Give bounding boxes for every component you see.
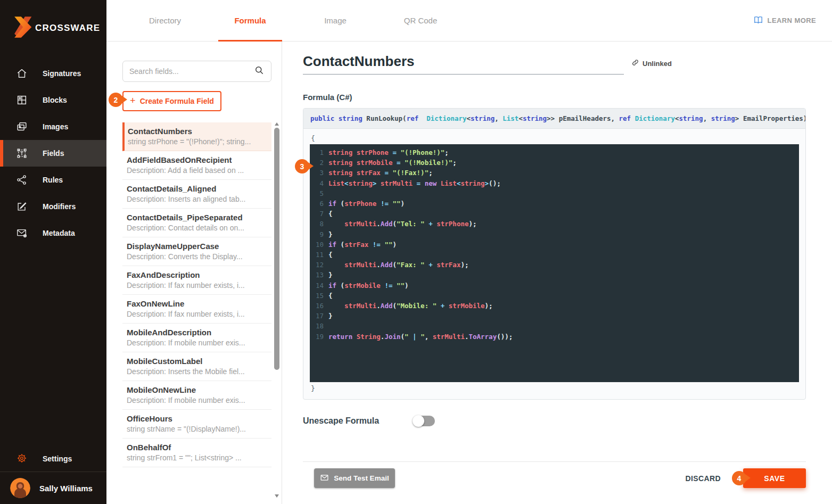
field-list-item-contactdetails_pipeseparated[interactable]: ContactDetails_PipeSeparatedDescription:…	[122, 209, 271, 237]
field-item-description: string strFrom1 = ""; List<string> ...	[127, 453, 269, 462]
line-number: 12	[310, 260, 324, 270]
create-formula-field-button[interactable]: + Create Formula Field	[122, 91, 221, 111]
list-scrollbar[interactable]	[274, 121, 280, 499]
book-icon	[753, 15, 763, 27]
unescape-toggle[interactable]	[414, 416, 435, 426]
code-line-19: 19return String.Join(" | ", strMulti.ToA…	[310, 332, 799, 342]
unlinked-toggle[interactable]: Unlinked	[631, 59, 672, 68]
line-number: 11	[310, 250, 324, 260]
save-button[interactable]: SAVE	[743, 468, 806, 488]
field-item-description: Description: Inserts an aligned tab...	[127, 195, 269, 203]
sidebar-item-settings[interactable]: Settings	[0, 446, 106, 472]
sidebar-item-label: Modifiers	[43, 202, 76, 211]
sidebar-item-rules[interactable]: Rules	[0, 167, 106, 193]
field-list-item-faxonnewline[interactable]: FaxOnNewLineDescription: If fax number e…	[122, 295, 271, 324]
formula-code-block[interactable]: 1string strPhone = "(!Phone!)";2string s…	[310, 144, 799, 382]
field-list-item-mobileanddescription[interactable]: MobileAndDescriptionDescription: If mobi…	[122, 324, 271, 352]
tab-formula[interactable]: Formula	[208, 0, 293, 41]
code-line-7: 7{	[310, 209, 799, 219]
line-number: 19	[310, 332, 324, 342]
send-test-email-button[interactable]: Send Test Email	[314, 468, 395, 488]
sidebar-nav: SignaturesBlocksImagesFieldsRulesModifie…	[0, 60, 106, 246]
field-list-item-contactdetails_aligned[interactable]: ContactDetails_AlignedDescription: Inser…	[122, 180, 271, 209]
line-number: 6	[310, 199, 324, 209]
tab-qr-code[interactable]: QR Code	[378, 0, 463, 41]
tab-image[interactable]: Image	[293, 0, 378, 41]
sidebar-item-blocks[interactable]: Blocks	[0, 87, 106, 113]
code-line-6: 6if (strPhone != "")	[310, 199, 799, 209]
code-line-3: 3string strFax = "(!Fax!)";	[310, 168, 799, 178]
line-number: 1	[310, 147, 324, 158]
close-brace: }	[310, 382, 799, 394]
formula-section-label: Formula (C#)	[303, 93, 806, 102]
sidebar-item-metadata[interactable]: Metadata	[0, 220, 106, 246]
scrollbar-up-icon[interactable]	[275, 122, 279, 126]
code-line-2: 2string strMobile = "(!Mobile!)";	[310, 158, 799, 168]
discard-button[interactable]: DISCARD	[685, 474, 721, 483]
field-list-item-officehours[interactable]: OfficeHoursstring strName = "(!DisplayNa…	[122, 410, 271, 439]
code-line-5: 5	[310, 188, 799, 199]
code-line-9: 9}	[310, 229, 799, 239]
sidebar-item-label: Metadata	[43, 229, 75, 237]
scrollbar-down-icon[interactable]	[275, 494, 279, 498]
field-list-item-onbehalfof[interactable]: OnBehalfOfstring strFrom1 = ""; List<str…	[122, 439, 271, 467]
field-item-description: Description: Inserts the Mobile fiel...	[127, 367, 269, 376]
sidebar: CROSSWARE SignaturesBlocksImagesFieldsRu…	[0, 0, 106, 504]
code-line-4: 4List<string> strMulti = new List<string…	[310, 178, 799, 188]
app-root: CROSSWARE SignaturesBlocksImagesFieldsRu…	[0, 0, 832, 504]
sidebar-item-images[interactable]: Images	[0, 113, 106, 140]
unlinked-label: Unlinked	[642, 60, 672, 68]
sidebar-item-fields[interactable]: Fields	[0, 140, 106, 167]
field-item-name: OfficeHours	[127, 414, 269, 423]
search-icon[interactable]	[254, 65, 265, 78]
field-list-item-mobilecustomlabel[interactable]: MobileCustomLabelDescription: Inserts th…	[122, 352, 271, 381]
crossware-logo-icon	[11, 14, 37, 43]
code-line-17: 17}	[310, 311, 799, 321]
sidebar-item-label: Blocks	[43, 96, 67, 104]
envelope-icon	[320, 473, 329, 484]
field-item-description: Description: If mobile number exis...	[127, 338, 269, 347]
line-number: 16	[310, 301, 324, 311]
brand-logo: CROSSWARE	[0, 0, 106, 43]
scrollbar-thumb[interactable]	[274, 128, 279, 370]
learn-more-link[interactable]: LEARN MORE	[753, 15, 816, 27]
search-box	[122, 61, 271, 82]
code-line-12: 12 strMulti.Add("Fax: " + strFax);	[310, 260, 799, 270]
field-list-item-contactnumbers[interactable]: ContactNumbersstring strPhone = "(!Phone…	[122, 122, 271, 151]
rules-icon	[16, 174, 28, 186]
line-number: 8	[310, 219, 324, 229]
sidebar-bottom: Settings Sally Williams	[0, 446, 106, 504]
function-signature: public string RunLookup(ref Dictionary<s…	[303, 109, 805, 129]
sidebar-item-signatures[interactable]: Signatures	[0, 60, 106, 87]
images-icon	[16, 121, 28, 133]
unescape-label: Unescape Formula	[303, 416, 414, 426]
line-number: 17	[310, 311, 324, 321]
field-name-input[interactable]: ContactNumbers	[303, 53, 624, 75]
field-item-description: Description: Converts the Display...	[127, 252, 269, 261]
user-name: Sally Williams	[39, 484, 93, 493]
field-item-name: MobileCustomLabel	[127, 357, 269, 366]
tab-directory[interactable]: Directory	[122, 0, 208, 41]
open-brace: {	[310, 132, 799, 144]
field-item-description: Description: If fax number exists, i...	[127, 310, 269, 318]
search-input[interactable]	[129, 67, 254, 76]
field-list-item-displaynameuppercase[interactable]: DisplayNameUpperCaseDescription: Convert…	[122, 237, 271, 266]
line-number: 5	[310, 188, 324, 199]
line-number: 4	[310, 178, 324, 188]
user-menu[interactable]: Sally Williams	[0, 472, 106, 504]
sidebar-item-modifiers[interactable]: Modifiers	[0, 193, 106, 220]
field-list-item-addfieldbasedonrecipient[interactable]: AddFieldBasedOnRecipientDescription: Add…	[122, 151, 271, 180]
field-item-description: Description: Add a field based on ...	[127, 166, 269, 175]
code-line-11: 11{	[310, 250, 799, 260]
field-list-item-faxanddescription[interactable]: FaxAndDescriptionDescription: If fax num…	[122, 266, 271, 295]
field-list-item-mobileonnewline[interactable]: MobileOnNewLineDescription: If mobile nu…	[122, 381, 271, 410]
line-number: 13	[310, 270, 324, 280]
metadata-icon	[16, 227, 28, 239]
field-item-name: AddFieldBasedOnRecipient	[127, 155, 269, 164]
field-item-name: ContactDetails_PipeSeparated	[127, 213, 269, 222]
field-item-description: Description: Contact details on on...	[127, 224, 269, 232]
field-item-name: FaxOnNewLine	[127, 299, 269, 308]
send-test-email-label: Send Test Email	[334, 474, 389, 482]
code-editor-body[interactable]: { 1string strPhone = "(!Phone!)";2string…	[303, 129, 805, 399]
sidebar-item-label: Rules	[43, 176, 63, 184]
